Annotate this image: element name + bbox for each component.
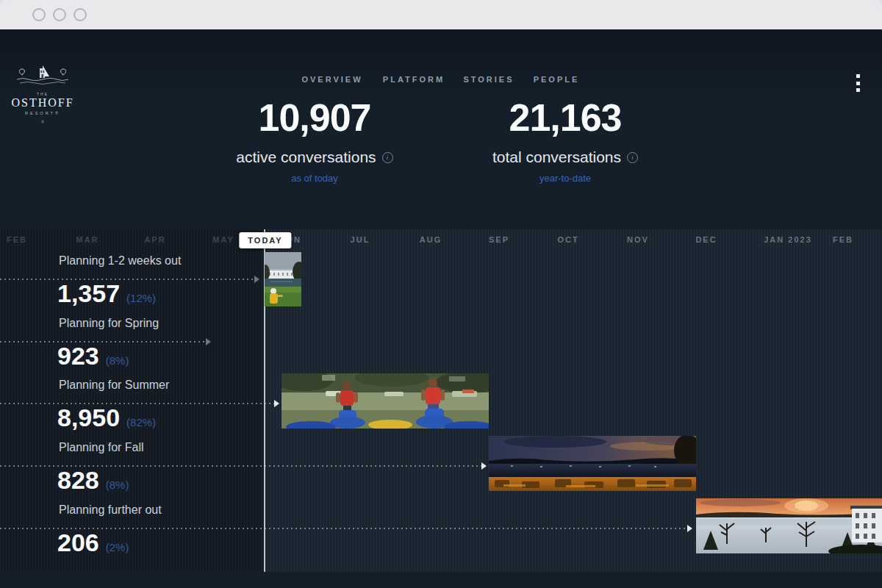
- window-close-button[interactable]: [32, 8, 46, 21]
- row-value: 923: [57, 342, 99, 370]
- month-label: OCT: [557, 235, 578, 244]
- active-conversations-stat: 10,907 active conversations i as of toda…: [201, 96, 429, 184]
- month-label: APR: [144, 235, 165, 244]
- month-label: AUG: [420, 235, 442, 244]
- row-label: Planning further out: [59, 503, 162, 517]
- nav-tab-platform[interactable]: PLATFORM: [383, 75, 445, 84]
- row-value: 206: [57, 528, 99, 557]
- fall-sunset-lake-photo[interactable]: [489, 436, 696, 491]
- total-conversations-sublabel: year-to-date: [451, 173, 679, 184]
- active-conversations-sublabel: as of today: [201, 173, 429, 184]
- logo-resort-text: RESORT®: [9, 111, 76, 115]
- window-minimize-button[interactable]: [53, 8, 66, 21]
- row-percent: (12%): [126, 292, 156, 304]
- summer-water-bikes-photo[interactable]: [282, 373, 489, 429]
- total-conversations-value: 21,163: [451, 96, 679, 140]
- total-conversations-label: total conversations: [492, 148, 621, 166]
- month-label: NOV: [627, 235, 649, 244]
- row-percent: (2%): [106, 541, 129, 553]
- row-percent: (8%): [106, 354, 129, 367]
- nav-tab-stories[interactable]: STORIES: [463, 75, 514, 84]
- month-label: MAY: [212, 235, 234, 244]
- row-label: Planning for Summer: [59, 379, 169, 392]
- month-label: SEP: [489, 235, 509, 244]
- spring-resort-lake-photo[interactable]: [265, 252, 301, 306]
- browser-window: THE OSTHOFF RESORT® ⚜ OVERVIEW PLATFORM …: [0, 0, 882, 588]
- month-label: DEC: [695, 235, 717, 244]
- active-conversations-value: 10,907: [201, 96, 429, 140]
- resort-crest-icon: [15, 65, 70, 88]
- window-maximize-button[interactable]: [74, 8, 87, 21]
- month-label: MAR: [76, 235, 98, 244]
- timeline-row-fall: Planning for Fall 828(8%): [0, 441, 882, 500]
- month-label: JUL: [351, 235, 370, 244]
- row-value: 8,950: [57, 404, 120, 432]
- nav-tab-overview[interactable]: OVERVIEW: [301, 75, 362, 84]
- row-label: Planning 1-2 weeks out: [59, 254, 181, 268]
- today-badge: TODAY: [239, 232, 291, 248]
- logo-ornament-icon: ⚜: [9, 119, 76, 125]
- total-conversations-stat: 21,163 total conversations i year-to-dat…: [451, 96, 679, 184]
- info-icon[interactable]: i: [382, 152, 393, 163]
- logo-name-text: OSTHOFF: [9, 96, 76, 110]
- row-value: 828: [57, 466, 99, 495]
- kebab-menu-icon[interactable]: [853, 74, 863, 92]
- active-conversations-label: active conversations: [236, 148, 376, 166]
- row-percent: (8%): [106, 478, 129, 491]
- planning-timeline-chart: FEB MAR APR MAY JUN JUL AUG SEP OCT NOV …: [0, 229, 882, 572]
- row-label: Planning for Spring: [59, 317, 159, 330]
- osthoff-resort-logo[interactable]: THE OSTHOFF RESORT® ⚜: [9, 65, 76, 125]
- month-label: FEB: [7, 235, 27, 244]
- row-label: Planning for Fall: [59, 441, 144, 454]
- row-value: 1,357: [57, 279, 120, 308]
- timeline-row-1-2-weeks: Planning 1-2 weeks out 1,357(12%): [0, 254, 882, 313]
- nav-tab-people[interactable]: PEOPLE: [534, 75, 580, 84]
- row-percent: (82%): [126, 416, 156, 429]
- browser-title-bar: [0, 0, 882, 29]
- month-label: FEB: [833, 235, 853, 244]
- info-icon[interactable]: i: [627, 152, 638, 163]
- winter-snow-sunset-photo[interactable]: [696, 498, 882, 553]
- month-label: JAN 2023: [764, 235, 812, 244]
- dashboard-page: THE OSTHOFF RESORT® ⚜ OVERVIEW PLATFORM …: [0, 29, 882, 588]
- timeline-row-spring: Planning for Spring 923(8%): [0, 317, 882, 376]
